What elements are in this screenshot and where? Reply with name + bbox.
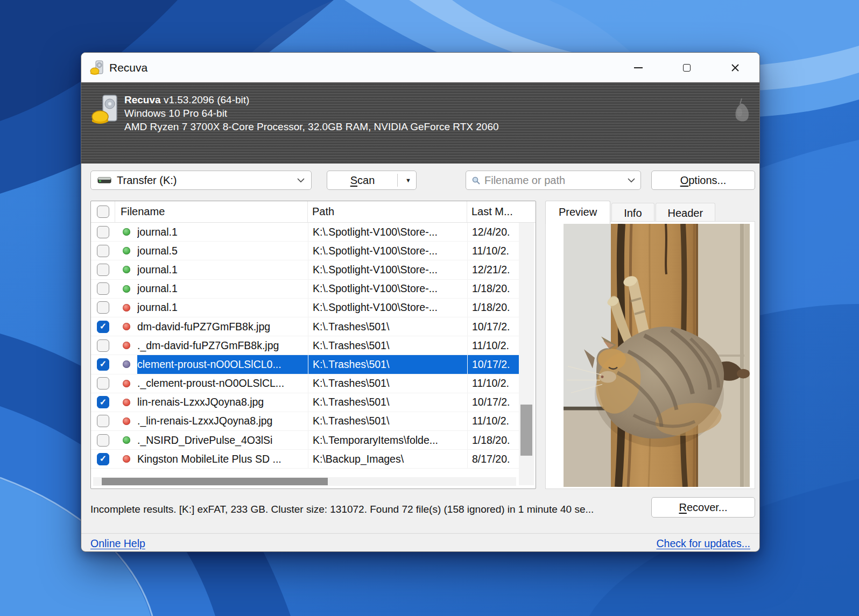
drive-selector[interactable]: Transfer (K:) [90,171,312,190]
table-row[interactable]: ._lin-renais-LzxxJQoyna8.jpg K:\.Trashes… [91,412,519,431]
file-path[interactable]: K:\.Trashes\501\ [308,355,467,373]
table-row-selected[interactable]: clement-proust-nO0OLSlCL0... K:\.Trashes… [91,355,519,374]
table-row[interactable]: journal.5 K:\.Spotlight-V100\Store-... 1… [91,242,519,260]
file-path[interactable]: K:\.Spotlight-V100\Store-... [308,242,467,260]
vertical-scrollbar[interactable] [519,223,534,485]
title-bar: Recuva [81,53,759,82]
file-name[interactable]: clement-proust-nO0OLSlCL0... [137,355,308,373]
file-path[interactable]: K:\.Trashes\501\ [308,393,467,412]
maximize-button[interactable] [663,53,711,82]
column-header-path[interactable]: Path [308,201,467,222]
file-date[interactable]: 1/18/20. [467,299,519,317]
table-row[interactable]: journal.1 K:\.Spotlight-V100\Store-... 1… [91,260,519,279]
file-path[interactable]: K:\.TemporaryItems\folde... [308,431,467,449]
file-name[interactable]: journal.1 [137,280,308,298]
file-name[interactable]: dm-david-fuPZ7GmFB8k.jpg [137,317,308,336]
table-row[interactable]: journal.1 K:\.Spotlight-V100\Store-... 1… [91,280,519,299]
file-path[interactable]: K:\.Spotlight-V100\Store-... [308,260,467,279]
file-name[interactable]: journal.5 [137,242,308,260]
file-date[interactable]: 10/17/2. [467,355,519,373]
table-row[interactable]: dm-david-fuPZ7GmFB8k.jpg K:\.Trashes\501… [91,317,519,336]
file-name[interactable]: journal.1 [137,260,308,279]
file-date[interactable]: 8/17/20. [467,450,519,468]
chevron-down-icon [297,178,305,183]
file-name[interactable]: Kingston MobileLite Plus SD ... [137,450,308,468]
file-path[interactable]: K:\.Spotlight-V100\Store-... [308,280,467,298]
minimize-button[interactable] [614,53,663,82]
tab-preview[interactable]: Preview [545,201,610,224]
file-date[interactable]: 10/17/2. [467,317,519,336]
file-date[interactable]: 11/10/2. [467,336,519,355]
recover-button[interactable]: Recover... [651,497,755,518]
file-path[interactable]: K:\.Trashes\501\ [308,374,467,393]
row-checkbox[interactable] [97,453,109,465]
file-date[interactable]: 1/18/20. [467,431,519,449]
row-checkbox[interactable] [97,415,109,427]
column-header-filename[interactable]: Filename [115,201,308,222]
banner-version: v1.53.2096 (64-bit) [164,94,250,105]
file-name[interactable]: journal.1 [137,223,308,241]
row-checkbox[interactable] [97,434,109,447]
search-input[interactable] [484,174,628,187]
banner-line-version: Recuva v1.53.2096 (64-bit) [124,93,499,107]
file-path[interactable]: K:\.Trashes\501\ [308,317,467,336]
file-path[interactable]: K:\.Spotlight-V100\Store-... [308,223,467,241]
file-date[interactable]: 11/10/2. [467,242,519,260]
online-help-link[interactable]: Online Help [90,537,145,550]
file-date[interactable]: 11/10/2. [467,374,519,393]
close-button[interactable] [711,53,759,82]
banner-app-name: Recuva [124,94,161,105]
select-all-checkbox[interactable] [97,206,109,218]
file-date[interactable]: 1/18/20. [467,280,519,298]
check-for-updates-link[interactable]: Check for updates... [656,537,750,550]
file-name[interactable]: journal.1 [137,299,308,317]
row-checkbox[interactable] [97,282,109,295]
file-date[interactable]: 10/17/2. [467,393,519,412]
file-path[interactable]: K:\.Spotlight-V100\Store-... [308,299,467,317]
search-icon [471,176,481,185]
options-button[interactable]: Options... [651,171,755,190]
row-checkbox[interactable] [97,226,109,238]
file-path[interactable]: K:\Backup_Images\ [308,450,467,468]
row-checkbox[interactable] [97,301,109,314]
row-checkbox[interactable] [97,321,109,333]
file-name[interactable]: ._NSIRD_DrivePulse_4O3lSi [137,431,308,449]
file-date[interactable]: 11/10/2. [467,412,519,430]
row-checkbox[interactable] [97,377,109,390]
table-row[interactable]: ._clement-proust-nO0OLSlCL... K:\.Trashe… [91,374,519,393]
row-checkbox[interactable] [97,396,109,408]
file-date[interactable]: 12/21/2. [467,260,519,279]
table-row[interactable]: ._dm-david-fuPZ7GmFB8k.jpg K:\.Trashes\5… [91,336,519,355]
table-row[interactable]: lin-renais-LzxxJQoyna8.jpg K:\.Trashes\5… [91,393,519,412]
row-checkbox[interactable] [97,245,109,257]
file-name[interactable]: ._dm-david-fuPZ7GmFB8k.jpg [137,336,308,355]
file-path[interactable]: K:\.Trashes\501\ [308,336,467,355]
horizontal-scrollbar-thumb[interactable] [102,478,328,485]
horizontal-scrollbar[interactable] [93,477,516,486]
table-row[interactable]: ._NSIRD_DrivePulse_4O3lSi K:\.TemporaryI… [91,431,519,450]
file-date[interactable]: 12/4/20. [467,223,519,241]
row-checkbox[interactable] [97,264,109,276]
column-header-last-modified[interactable]: Last M... [467,206,536,218]
drive-selector-value: Transfer (K:) [117,174,177,187]
preview-tabs: Preview Info Header [545,201,716,224]
table-row[interactable]: journal.1 K:\.Spotlight-V100\Store-... 1… [91,223,519,242]
table-row[interactable]: Kingston MobileLite Plus SD ... K:\Backu… [91,450,519,469]
table-row[interactable]: journal.1 K:\.Spotlight-V100\Store-... 1… [91,299,519,317]
vertical-scrollbar-thumb[interactable] [520,405,532,456]
file-status-dot [123,323,130,330]
file-status-dot [123,266,130,273]
row-checkbox[interactable] [97,358,109,371]
row-checkbox[interactable] [97,339,109,352]
file-name[interactable]: lin-renais-LzxxJQoyna8.jpg [137,393,308,412]
status-text: Incomplete results. [K:] exFAT, 233 GB. … [90,504,645,515]
recover-label: ecover... [687,501,728,513]
file-name[interactable]: ._clement-proust-nO0OLSlCL... [137,374,308,393]
scan-dropdown-arrow[interactable]: ▼ [405,171,411,189]
recuva-logo-icon [91,94,122,126]
file-name[interactable]: ._lin-renais-LzxxJQoyna8.jpg [137,412,308,430]
search-box[interactable] [466,171,641,190]
recover-label-accel: R [679,501,686,513]
file-path[interactable]: K:\.Trashes\501\ [308,412,467,430]
scan-button[interactable]: Scan ▼ [327,171,417,190]
